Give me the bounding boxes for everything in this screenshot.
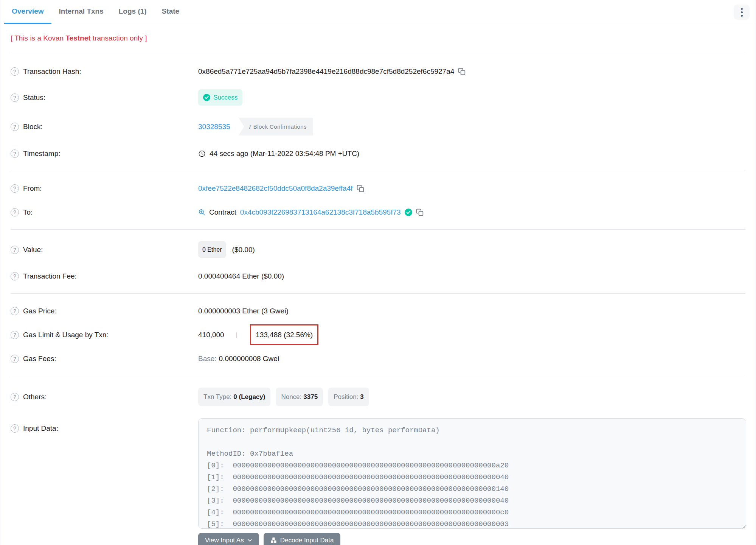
row-gas-price: ? Gas Price: 0.000000003 Ether (3 Gwei): [11, 299, 745, 323]
tab-internal-txns[interactable]: Internal Txns: [51, 0, 111, 24]
gas-price-label: ? Gas Price:: [11, 305, 198, 317]
label-text: Gas Price:: [23, 305, 57, 317]
notice-bold: Testnet: [65, 34, 90, 42]
value-label: ? Value:: [11, 244, 198, 255]
row-timestamp: ? Timestamp: 44 secs ago (Mar-11-2022 03…: [11, 142, 745, 165]
help-icon[interactable]: ?: [11, 424, 19, 433]
row-gas-limit-usage: ? Gas Limit & Usage by Txn: 410,000 | 13…: [11, 323, 745, 347]
block-confirmations-badge: 7 Block Confirmations: [239, 118, 313, 135]
input-data-label: ? Input Data:: [11, 422, 198, 434]
help-icon[interactable]: ?: [11, 93, 19, 102]
from-address-link[interactable]: 0xfee7522e8482682cf50ddc50a0f8da2a39effa…: [198, 182, 353, 194]
label-text: Status:: [23, 92, 45, 103]
others-label: ? Others:: [11, 391, 198, 403]
label-text: Others:: [23, 391, 47, 403]
transaction-hash-label: ? Transaction Hash:: [11, 65, 198, 77]
notice-suffix: transaction only ]: [91, 34, 147, 42]
status-label: ? Status:: [11, 92, 198, 103]
help-icon[interactable]: ?: [11, 307, 19, 315]
txn-type-key: Txn Type:: [203, 393, 231, 400]
row-to: ? To: Contract 0x4cb093f226983713164a621…: [11, 200, 745, 224]
help-icon[interactable]: ?: [11, 331, 19, 339]
decode-input-data-label: Decode Input Data: [280, 537, 334, 544]
help-icon[interactable]: ?: [11, 355, 19, 363]
row-block: ? Block: 30328535 7 Block Confirmations: [11, 112, 745, 142]
input-data-actions: View Input As Decode Input Data: [198, 533, 745, 545]
copy-icon[interactable]: [458, 68, 466, 75]
help-icon[interactable]: ?: [11, 123, 19, 131]
help-icon[interactable]: ?: [11, 208, 19, 216]
label-text: Gas Limit & Usage by Txn:: [23, 329, 109, 341]
copy-icon[interactable]: [357, 185, 364, 192]
help-icon[interactable]: ?: [11, 184, 19, 193]
base-fee-value: 0.000000008 Gwei: [219, 353, 279, 364]
view-input-as-button[interactable]: View Input As: [198, 533, 259, 545]
tab-overview[interactable]: Overview: [4, 0, 51, 24]
input-data-textarea[interactable]: Function: performUpkeep(uint256 id, byte…: [198, 418, 746, 529]
gas-usage-value: 133,488 (32.56%): [256, 331, 313, 339]
row-transaction-fee: ? Transaction Fee: 0.000400464 Ether ($0…: [11, 264, 745, 288]
row-gas-fees: ? Gas Fees: Base: 0.000000008 Gwei: [11, 347, 745, 371]
help-icon[interactable]: ?: [11, 246, 19, 254]
kebab-menu-icon[interactable]: [734, 5, 750, 20]
help-icon[interactable]: ?: [11, 149, 19, 158]
cubes-icon: [270, 537, 277, 543]
section-addresses: ? From: 0xfee7522e8482682cf50ddc50a0f8da…: [0, 171, 756, 229]
row-input-data: ? Input Data: Function: performUpkeep(ui…: [11, 412, 745, 545]
help-icon[interactable]: ?: [11, 67, 19, 76]
transaction-fee-label: ? Transaction Fee:: [11, 270, 198, 282]
status-badge: Success: [198, 89, 242, 106]
ether-value-badge: 0 Ether: [198, 241, 226, 258]
label-text: Transaction Hash:: [23, 65, 81, 77]
from-label: ? From:: [11, 182, 198, 194]
base-fee-label: Base:: [198, 353, 217, 364]
tab-state[interactable]: State: [154, 0, 187, 24]
decode-input-data-button[interactable]: Decode Input Data: [264, 533, 341, 545]
verified-check-icon: [405, 209, 412, 216]
to-address-link[interactable]: 0x4cb093f226983713164a62138c3f718a5b595f…: [240, 206, 401, 218]
row-transaction-hash: ? Transaction Hash: 0x86ed5a771e725aa94d…: [11, 59, 745, 83]
clock-icon: [198, 150, 206, 157]
gas-fees-label: ? Gas Fees:: [11, 353, 198, 364]
testnet-notice: [ This is a Kovan Testnet transaction on…: [0, 24, 756, 54]
kebab-dot: [741, 15, 743, 17]
section-value-fee: ? Value: 0 Ether ($0.00) ? Transaction F…: [0, 230, 756, 293]
gas-price-value: 0.000000003 Ether (3 Gwei): [198, 305, 289, 317]
to-label: ? To:: [11, 206, 198, 218]
gas-limit-label: ? Gas Limit & Usage by Txn:: [11, 329, 198, 341]
copy-icon[interactable]: [416, 209, 424, 216]
status-text: Success: [213, 92, 238, 103]
separator-bar: |: [236, 329, 237, 341]
help-icon[interactable]: ?: [11, 272, 19, 280]
nonce-badge: Nonce:3375: [276, 388, 323, 406]
view-input-as-label: View Input As: [205, 537, 244, 544]
label-text: Value:: [23, 244, 43, 255]
transaction-fee-value: 0.000400464 Ether ($0.00): [198, 270, 284, 282]
position-value: 3: [360, 393, 363, 400]
help-icon[interactable]: ?: [11, 393, 19, 401]
timestamp-value: 44 secs ago (Mar-11-2022 03:54:48 PM +UT…: [210, 148, 359, 159]
label-text: Gas Fees:: [23, 353, 56, 364]
label-text: Input Data:: [23, 422, 58, 434]
timestamp-label: ? Timestamp:: [11, 148, 198, 159]
magnifier-plus-icon[interactable]: [198, 209, 205, 216]
usd-value: ($0.00): [232, 244, 255, 255]
label-text: Timestamp:: [23, 148, 61, 159]
row-value: ? Value: 0 Ether ($0.00): [11, 235, 745, 264]
nonce-key: Nonce:: [281, 393, 301, 400]
tab-logs[interactable]: Logs (1): [111, 0, 154, 24]
label-text: To:: [23, 206, 33, 218]
chevron-down-icon: [247, 538, 252, 543]
txn-type-badge: Txn Type:0 (Legacy): [198, 388, 270, 406]
label-text: Block:: [23, 121, 43, 132]
position-badge: Position:3: [328, 388, 369, 406]
check-circle-icon: [203, 94, 210, 101]
to-contract-prefix: Contract: [209, 206, 236, 218]
label-text: Transaction Fee:: [23, 270, 77, 282]
row-status: ? Status: Success: [11, 83, 745, 112]
block-number-link[interactable]: 30328535: [198, 121, 230, 132]
txn-type-value: 0 (Legacy): [233, 393, 265, 400]
section-overview-top: ? Transaction Hash: 0x86ed5a771e725aa94d…: [0, 54, 756, 171]
kebab-dot: [741, 8, 743, 10]
gas-limit-value: 410,000: [198, 329, 224, 341]
